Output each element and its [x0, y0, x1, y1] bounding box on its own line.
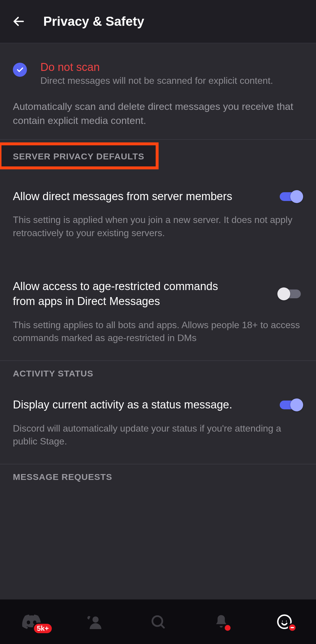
- screen: Privacy & Safety Do not scan Direct mess…: [0, 0, 316, 644]
- radio-selected-icon: [13, 63, 27, 77]
- setting-age-restricted[interactable]: Allow access to age-restricted commands …: [0, 255, 316, 312]
- setting-display-activity[interactable]: Display current activity as a status mes…: [0, 385, 316, 415]
- nav-friends[interactable]: [80, 609, 109, 635]
- setting-allow-dm[interactable]: Allow direct messages from server member…: [0, 177, 316, 207]
- header-bar: Privacy & Safety: [0, 0, 316, 43]
- setting-age-restricted-desc: This setting applies to all bots and app…: [0, 312, 316, 361]
- nav-search[interactable]: [143, 609, 173, 635]
- nav-notifications[interactable]: [207, 609, 236, 635]
- setting-allow-dm-title: Allow direct messages from server member…: [13, 189, 241, 204]
- content-area: Do not scan Direct messages will not be …: [0, 43, 316, 599]
- scan-section-description: Automatically scan and delete direct mes…: [13, 100, 303, 127]
- toggle-age-restricted[interactable]: [277, 287, 303, 301]
- nav-home-badge: 5k+: [33, 623, 53, 634]
- nav-profile[interactable]: [270, 609, 299, 635]
- scan-option-subtitle: Direct messages will not be scanned for …: [40, 75, 303, 86]
- page-title: Privacy & Safety: [43, 14, 144, 29]
- person-wave-icon: [86, 614, 104, 629]
- back-button[interactable]: [12, 14, 26, 28]
- scan-option-block: Do not scan Direct messages will not be …: [0, 43, 316, 139]
- svg-point-1: [92, 616, 99, 623]
- setting-age-restricted-title: Allow access to age-restricted commands …: [13, 279, 241, 309]
- nav-notifications-dot: [224, 624, 232, 632]
- section-header-message-requests: MESSAGE REQUESTS: [0, 464, 316, 488]
- setting-allow-dm-desc: This setting is applied when you join a …: [0, 207, 316, 255]
- setting-display-activity-desc: Discord will automatically update your s…: [0, 415, 316, 464]
- check-icon: [16, 66, 24, 74]
- toggle-display-activity[interactable]: [277, 398, 303, 412]
- nav-home[interactable]: 5k+: [17, 609, 46, 635]
- scan-option-text: Do not scan Direct messages will not be …: [40, 61, 303, 86]
- section-header-activity-status: ACTIVITY STATUS: [0, 361, 316, 385]
- svg-point-5: [282, 621, 283, 621]
- nav-profile-status-dnd: [288, 623, 297, 632]
- arrow-left-icon: [12, 15, 25, 28]
- toggle-allow-dm[interactable]: [277, 190, 303, 204]
- svg-line-3: [161, 625, 164, 628]
- svg-point-6: [286, 621, 287, 621]
- bottom-navbar: 5k+: [0, 599, 316, 644]
- scan-option-title: Do not scan: [40, 61, 303, 74]
- setting-display-activity-title: Display current activity as a status mes…: [13, 397, 241, 412]
- search-icon: [150, 614, 166, 630]
- scan-option-row[interactable]: Do not scan Direct messages will not be …: [13, 61, 303, 86]
- section-header-server-privacy-defaults: SERVER PRIVACY DEFAULTS: [0, 144, 157, 168]
